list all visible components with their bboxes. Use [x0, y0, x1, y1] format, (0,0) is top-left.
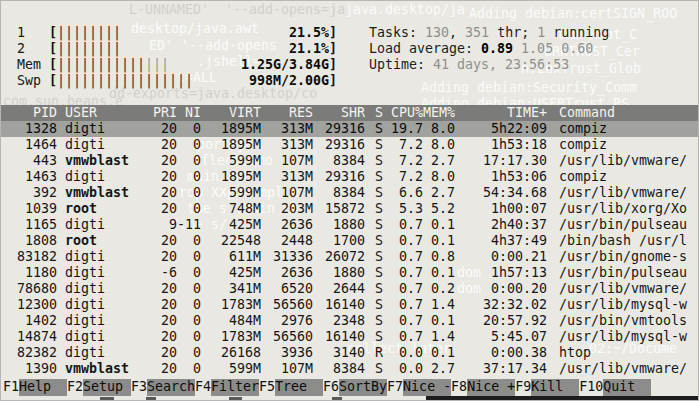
column-header-cpu[interactable]: CPU% [383, 105, 423, 121]
cell-cpu: 0.7 [383, 249, 423, 265]
cell-shr: 16140 [313, 297, 365, 313]
cell-ni: 0 [177, 169, 201, 185]
meter-close-bracket: ] [329, 41, 337, 57]
bottom-tick-2 [146, 397, 156, 401]
process-row-1165[interactable]: 1165digti9-11425M26361880S0.70.12h40:37/… [1, 217, 698, 233]
column-header-user[interactable]: USER [57, 105, 141, 121]
fn-key-f7: F7 [387, 379, 403, 396]
cell-cpu: 0.7 [383, 217, 423, 233]
meter-close-bracket: ] [329, 73, 337, 89]
column-header-ni[interactable]: NI [177, 105, 201, 121]
fn-action-search-button[interactable]: Search [147, 379, 195, 396]
meter-open-bracket: [ [49, 41, 57, 57]
process-row-392[interactable]: 392vmwblast200599M107M8384S6.62.754:34.6… [1, 185, 698, 201]
process-row-1402[interactable]: 1402digti200484M29762348S0.70.120:57.92/… [1, 313, 698, 329]
cell-virt: 748M [201, 201, 261, 217]
cell-st: S [365, 233, 383, 249]
fn-action-sortby-button[interactable]: SortBy [339, 379, 387, 396]
process-row-1463[interactable]: 1463digti2001895M313M29316S7.28.01h53:06… [1, 169, 698, 185]
cell-pri: 20 [141, 185, 177, 201]
process-row-12300[interactable]: 12300digti2001783M5656016140S0.71.432:32… [1, 297, 698, 313]
fn-action-nice-+-button[interactable]: Nice + [467, 379, 515, 396]
cell-pri: 20 [141, 249, 177, 265]
cell-time: 1h53:06 [455, 169, 547, 185]
cell-time: 0:00.20 [455, 281, 547, 297]
meter-fill: |||||||||||||| [57, 57, 169, 73]
cell-mem: 2.7 [423, 361, 455, 377]
column-header-res[interactable]: RES [261, 105, 313, 121]
cell-cpu: 0.0 [383, 361, 423, 377]
cell-res: 2448 [261, 233, 313, 249]
cell-cmd: compiz [547, 121, 698, 137]
cell-st: S [365, 281, 383, 297]
cell-user: digti [57, 297, 141, 313]
meter-pipes: |||||||| [57, 41, 121, 56]
load-average-line-segment: 1.05 0.60 [521, 41, 593, 56]
process-row-14874[interactable]: 14874digti2001783M5656016140S0.71.45:45.… [1, 329, 698, 345]
cell-pri: 20 [141, 233, 177, 249]
process-row-443[interactable]: 443vmwblast200599M107M8384S7.22.717:17.3… [1, 153, 698, 169]
column-header-command[interactable]: Command [547, 105, 698, 121]
column-header-time[interactable]: TIME+ [455, 105, 547, 121]
meter-open-bracket: [ [49, 25, 57, 41]
meter-close-bracket: ] [329, 25, 337, 41]
process-row-1390[interactable]: 1390vmwblast200599M107M8384S0.02.737:17.… [1, 361, 698, 377]
cell-virt: 484M [201, 313, 261, 329]
cell-time: 20:57.92 [455, 313, 547, 329]
cell-virt: 425M [201, 265, 261, 281]
cell-mem: 2.7 [423, 185, 455, 201]
cell-mem: 0.1 [423, 265, 455, 281]
cell-shr: 15872 [313, 201, 365, 217]
cell-virt: 1783M [201, 297, 261, 313]
cell-ni: 0 [177, 153, 201, 169]
cell-pri: -6 [141, 265, 177, 281]
cell-ni: 0 [177, 281, 201, 297]
column-header-shr[interactable]: SHR [313, 105, 365, 121]
cell-pid: 392 [9, 185, 57, 201]
cell-res: 313M [261, 137, 313, 153]
column-header-s[interactable]: S [365, 105, 383, 121]
cell-pri: 20 [141, 201, 177, 217]
cell-shr: 2644 [313, 281, 365, 297]
column-header-virt[interactable]: VIRT [201, 105, 261, 121]
fn-action-tree-button[interactable]: Tree [275, 379, 323, 396]
fn-action-setup-button[interactable]: Setup [83, 379, 131, 396]
cell-cpu: 0.0 [383, 345, 423, 361]
cell-time: 37:17.34 [455, 361, 547, 377]
process-row-1464[interactable]: 1464digti2001895M313M29316S7.28.01h53:18… [1, 137, 698, 153]
process-row-1180[interactable]: 1180digti-60425M26361880S0.70.11h57:13/u… [1, 265, 698, 281]
meter-close-bracket: ] [329, 57, 337, 73]
cell-st: S [365, 201, 383, 217]
cell-cmd: /bin/bash /usr/l [547, 233, 698, 249]
process-table-body: 1328digti2001895M313M29316S19.78.05h22:0… [1, 121, 698, 377]
cell-cpu: 5.3 [383, 201, 423, 217]
process-row-78680[interactable]: 78680digti200341M65202644S0.70.20:00.20/… [1, 281, 698, 297]
cell-st: S [365, 121, 383, 137]
column-header-pid[interactable]: PID [9, 105, 57, 121]
cell-pri: 20 [141, 169, 177, 185]
fn-action-kill-button[interactable]: Kill [531, 379, 579, 396]
cell-shr: 29316 [313, 169, 365, 185]
meter-cpu2: 2 [||||||||21.1%] [17, 41, 353, 57]
fn-action-filter-button[interactable]: Filter [211, 379, 259, 396]
fn-action-help-button[interactable]: Help [19, 379, 67, 396]
fn-action-quit-button[interactable]: Quit [603, 379, 651, 396]
cell-pri: 20 [141, 121, 177, 137]
cell-st: R [365, 345, 383, 361]
cell-st: S [365, 169, 383, 185]
process-row-1808[interactable]: 1808root2002254824481700S0.70.14h37:49/b… [1, 233, 698, 249]
cell-mem: 0.2 [423, 281, 455, 297]
process-row-82382[interactable]: 82382digti2002616839363140R0.00.10:00.38… [1, 345, 698, 361]
process-table-header-row: PIDUSERPRINIVIRTRESSHRSCPU%MEM%TIME+Comm… [1, 105, 698, 121]
process-row-83182[interactable]: 83182digti200611M3133626072S0.70.80:00.2… [1, 249, 698, 265]
cell-cmd: /usr/bin/pulseau [547, 265, 698, 281]
fn-action-nice---button[interactable]: Nice - [403, 379, 451, 396]
column-header-mem[interactable]: MEM% [423, 105, 455, 121]
fn-key-f9: F9 [515, 379, 531, 396]
cell-cmd: htop [547, 345, 698, 361]
cell-user: digti [57, 137, 141, 153]
meter-mem: Mem[||||||||||||||1.25G/3.84G] [17, 57, 353, 73]
process-row-1328[interactable]: 1328digti2001895M313M29316S19.78.05h22:0… [1, 121, 698, 137]
column-header-pri[interactable]: PRI [141, 105, 177, 121]
process-row-1039[interactable]: 1039root200748M203M15872S5.35.21h00:07/u… [1, 201, 698, 217]
